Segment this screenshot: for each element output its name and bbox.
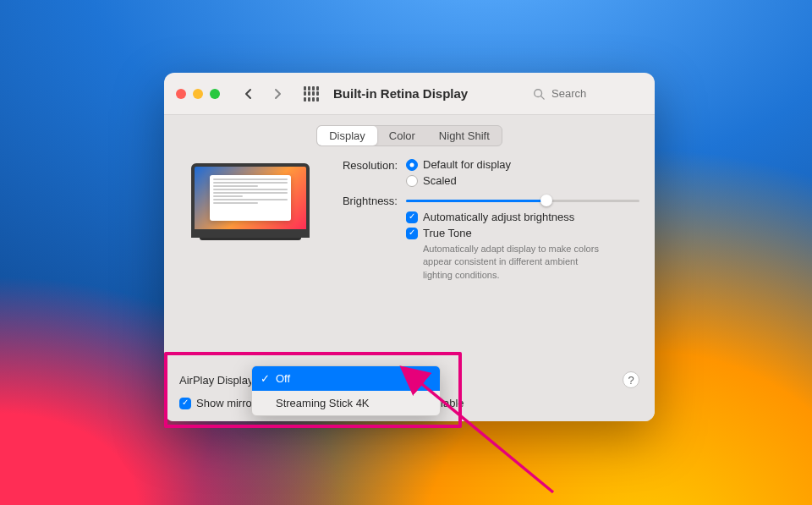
forward-button[interactable] <box>267 84 288 104</box>
window-traffic-lights <box>176 89 220 99</box>
radio-icon <box>406 159 418 171</box>
tab-night-shift[interactable]: Night Shift <box>427 126 502 145</box>
back-button[interactable] <box>239 84 259 104</box>
window-title: Built-in Retina Display <box>333 86 468 101</box>
window-toolbar: Built-in Retina Display <box>164 73 655 115</box>
search-icon <box>533 88 545 100</box>
show-all-button[interactable] <box>301 84 321 104</box>
minimize-icon[interactable] <box>193 89 203 99</box>
true-tone-checkbox[interactable]: True Tone <box>406 227 639 239</box>
checkbox-icon <box>406 228 418 239</box>
radio-label: Scaled <box>423 174 457 187</box>
checkbox-label: True Tone <box>423 227 472 239</box>
dropdown-item-off[interactable]: Off <box>252 366 440 391</box>
dropdown-item-device[interactable]: Streaming Stick 4K <box>252 391 440 415</box>
checkbox-icon <box>179 398 191 409</box>
auto-brightness-checkbox[interactable]: Automatically adjust brightness <box>406 211 639 223</box>
help-icon: ? <box>628 374 634 387</box>
search-field[interactable] <box>533 86 643 101</box>
svg-line-1 <box>541 96 545 99</box>
display-thumbnail <box>191 163 310 248</box>
checkbox-label: Automatically adjust brightness <box>423 211 574 223</box>
resolution-scaled-radio[interactable]: Scaled <box>406 174 639 187</box>
tab-color[interactable]: Color <box>377 126 427 145</box>
tab-segmented-control: Display Color Night Shift <box>316 125 502 146</box>
help-button[interactable]: ? <box>623 371 639 388</box>
close-icon[interactable] <box>176 89 186 99</box>
radio-icon <box>406 175 418 187</box>
grid-icon <box>304 86 319 102</box>
checkbox-icon <box>406 211 418 223</box>
brightness-label: Brightness: <box>330 194 398 207</box>
tab-display[interactable]: Display <box>317 126 377 145</box>
resolution-default-radio[interactable]: Default for display <box>406 158 639 171</box>
airplay-display-dropdown[interactable]: Off Streaming Stick 4K <box>251 365 441 416</box>
airplay-display-label: AirPlay Display: <box>179 374 256 387</box>
search-input[interactable] <box>550 86 634 101</box>
fullscreen-icon[interactable] <box>210 89 220 99</box>
radio-label: Default for display <box>423 158 511 171</box>
true-tone-description: Automatically adapt display to make colo… <box>423 243 609 282</box>
brightness-slider[interactable] <box>406 194 639 207</box>
resolution-label: Resolution: <box>330 158 398 172</box>
